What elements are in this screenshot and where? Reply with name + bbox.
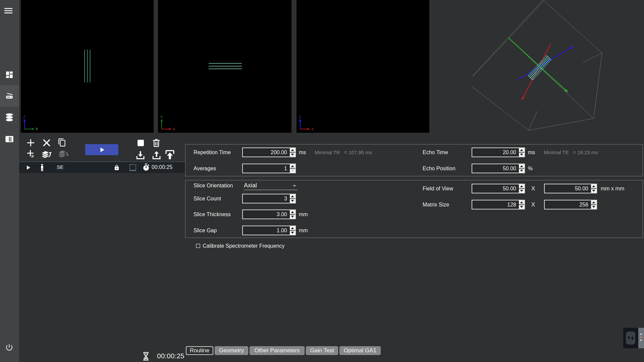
svg-text:Y: Y bbox=[160, 115, 163, 119]
svg-text:Z: Z bbox=[23, 115, 25, 119]
svg-text:Z: Z bbox=[299, 115, 301, 119]
svg-text:Y: Y bbox=[36, 127, 38, 131]
svg-text:X: X bbox=[173, 127, 175, 131]
svg-text:X: X bbox=[311, 127, 314, 131]
svg-text:P: P bbox=[32, 155, 34, 159]
